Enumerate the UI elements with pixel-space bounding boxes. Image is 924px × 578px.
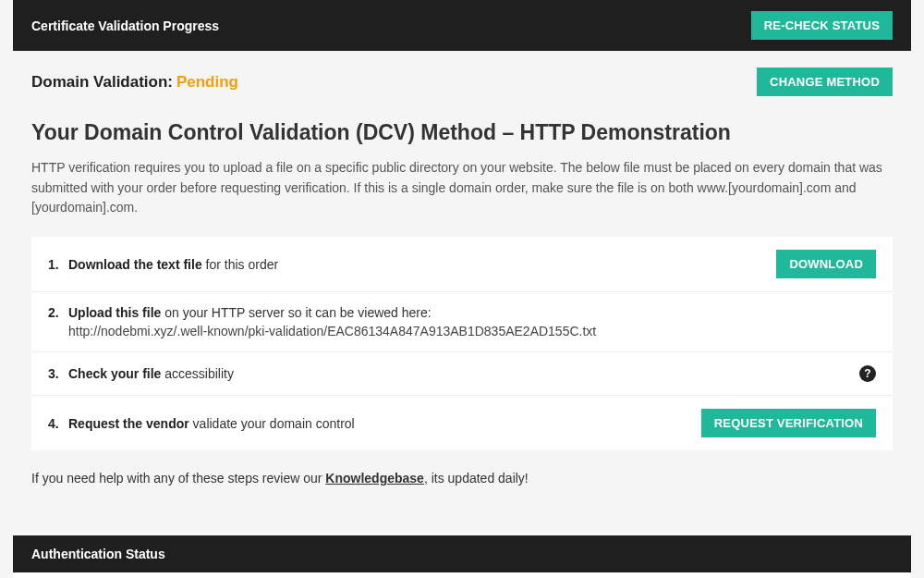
step-bold: Check your file [68, 366, 161, 381]
help-icon[interactable]: ? [859, 365, 876, 382]
dcv-description: HTTP verification requires you to upload… [31, 158, 893, 218]
step-bold: Request the vendor [68, 416, 189, 431]
step-number: 1. [48, 257, 63, 272]
step-number: 3. [48, 366, 63, 381]
step-text: accessibility [161, 366, 234, 381]
step-number: 4. [48, 416, 63, 431]
download-button[interactable]: DOWNLOAD [776, 250, 876, 278]
step-bold: Download the text file [68, 257, 202, 272]
step-download: 1. Download the text file for this order… [31, 237, 893, 292]
help-footnote: If you need help with any of these steps… [31, 471, 893, 486]
authentication-status-table: CSRStatus completed dcvStatus not-comple… [13, 572, 911, 578]
footnote-suffix: , its updated daily! [424, 471, 529, 486]
step-text: on your HTTP server so it can be viewed … [161, 305, 431, 320]
dcv-steps-list: 1. Download the text file for this order… [31, 237, 893, 450]
step-request: 4. Request the vendor validate your doma… [31, 396, 893, 450]
domain-validation-label: Domain Validation: [31, 73, 173, 91]
request-verification-button[interactable]: REQUEST VERIFICATION [701, 409, 876, 437]
footnote-prefix: If you need help with any of these steps… [31, 471, 325, 486]
step-check: 3. Check your file accessibility ? [31, 352, 893, 396]
authentication-status-section: Authentication Status CSRStatus complete… [13, 535, 911, 578]
step-upload: 2. Upload this file on your HTTP server … [31, 292, 893, 352]
validation-status-row: Domain Validation: Pending CHANGE METHOD [31, 68, 893, 96]
validation-progress-title: Certificate Validation Progress [31, 18, 219, 33]
step-number: 2. [48, 305, 63, 338]
change-method-button[interactable]: CHANGE METHOD [757, 68, 893, 96]
validation-panel: Domain Validation: Pending CHANGE METHOD… [13, 51, 911, 510]
validation-file-url: http://nodebmi.xyz/.well-known/pki-valid… [68, 324, 876, 338]
knowledgebase-link[interactable]: Knowledgebase [325, 471, 424, 486]
step-text: for this order [202, 257, 278, 272]
authentication-status-header: Authentication Status [13, 535, 911, 572]
domain-validation-status: Pending [176, 73, 238, 91]
validation-progress-header: Certificate Validation Progress RE-CHECK… [13, 0, 911, 51]
step-text: validate your domain control [189, 416, 355, 431]
dcv-method-title: Your Domain Control Validation (DCV) Met… [31, 120, 893, 145]
authentication-status-title: Authentication Status [31, 547, 165, 561]
step-bold: Upload this file [68, 305, 161, 320]
recheck-status-button[interactable]: RE-CHECK STATUS [751, 11, 893, 40]
